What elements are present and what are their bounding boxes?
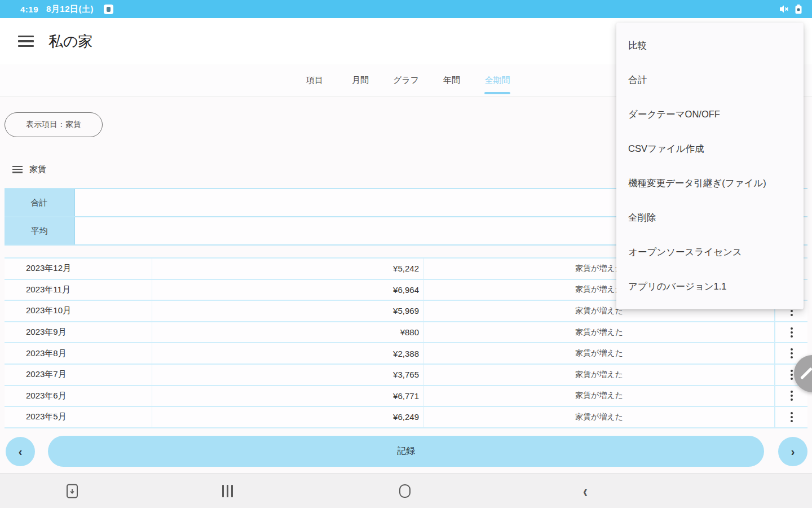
recents-button[interactable]: [211, 474, 243, 508]
memo-cell: 家賃が増えた: [424, 322, 775, 343]
volume-mute-icon: [779, 5, 789, 14]
home-icon: [399, 484, 411, 498]
back-icon: ‹: [583, 480, 588, 502]
table-row[interactable]: 2023年7月 ¥3,765 家賃が増えた: [5, 365, 807, 386]
memo-cell: 家賃が増えた: [424, 343, 775, 364]
summary-total-label: 合計: [5, 189, 75, 216]
menu-item[interactable]: 比較: [616, 28, 804, 63]
table-row[interactable]: 2023年6月 ¥6,771 家賃が増えた: [5, 386, 807, 408]
tab-item[interactable]: 項目: [292, 64, 338, 96]
category-row: 家賃: [12, 163, 46, 176]
kebab-menu-icon: [791, 412, 793, 422]
status-date: 8月12日(土): [46, 4, 94, 15]
amount-cell: ¥5,969: [152, 301, 424, 321]
summary-average-label: 平均: [5, 217, 75, 244]
back-button[interactable]: ‹: [570, 467, 601, 508]
status-time: 4:19: [20, 5, 38, 14]
battery-icon: [795, 5, 802, 14]
tab-monthly[interactable]: 月間: [338, 64, 383, 96]
recents-icon: [222, 485, 233, 497]
menu-item[interactable]: アプリのバージョン1.1: [616, 269, 804, 304]
drag-handle-icon[interactable]: [12, 166, 23, 173]
display-item-chip[interactable]: 表示項目：家賃: [5, 112, 103, 137]
memo-cell: 家賃が増えた: [424, 386, 775, 406]
amount-cell: ¥5,242: [152, 259, 424, 279]
amount-cell: ¥2,388: [152, 343, 424, 364]
kebab-menu-icon: [791, 327, 793, 338]
active-tab-indicator: [484, 92, 510, 94]
menu-item[interactable]: 合計: [616, 63, 804, 97]
next-period-button[interactable]: ›: [778, 437, 807, 466]
amount-cell: ¥6,771: [152, 386, 424, 406]
record-button[interactable]: 記録: [48, 436, 764, 467]
tab-all-period[interactable]: 全期間: [475, 64, 520, 96]
menu-item[interactable]: CSVファイル作成: [616, 132, 804, 166]
month-cell: 2023年5月: [5, 407, 152, 427]
menu-item[interactable]: ダークテーマON/OFF: [616, 97, 804, 132]
month-cell: 2023年11月: [5, 280, 152, 300]
kebab-menu-icon: [791, 348, 793, 358]
month-cell: 2023年9月: [5, 322, 152, 343]
amount-cell: ¥880: [152, 322, 424, 343]
category-label: 家賃: [29, 164, 46, 175]
month-cell: 2023年10月: [5, 301, 152, 321]
month-cell: 2023年6月: [5, 386, 152, 406]
tab-graph[interactable]: グラフ: [383, 64, 429, 96]
pencil-icon: [800, 367, 812, 380]
overflow-menu: 比較 合計 ダークテーマON/OFF CSVファイル作成 機種変更データ引継ぎ(…: [616, 23, 804, 309]
screen: 4:19 8月12日(土) 私の家 項目 月間 グラフ 年間 全期間 表示項目：…: [0, 0, 812, 508]
row-overflow-button[interactable]: [775, 407, 807, 427]
kebab-menu-icon: [791, 370, 793, 380]
chevron-right-icon: ›: [791, 445, 795, 458]
menu-item[interactable]: 全削除: [616, 200, 804, 235]
memo-cell: 家賃が増えた: [424, 407, 775, 427]
menu-item[interactable]: 機種変更データ引継ぎ(ファイル): [616, 166, 804, 200]
menu-item[interactable]: オープンソースライセンス: [616, 235, 804, 269]
month-cell: 2023年8月: [5, 343, 152, 364]
month-cell: 2023年7月: [5, 365, 152, 385]
home-button[interactable]: [389, 474, 421, 508]
row-overflow-button[interactable]: [775, 322, 807, 343]
amount-cell: ¥3,765: [152, 365, 424, 385]
page-title: 私の家: [48, 32, 93, 51]
chevron-left-icon: ‹: [19, 445, 23, 458]
month-cell: 2023年12月: [5, 259, 152, 279]
table-row[interactable]: 2023年5月 ¥6,249 家賃が増えた: [5, 407, 807, 428]
menu-hamburger-icon[interactable]: [18, 36, 34, 47]
status-bar: 4:19 8月12日(土): [0, 0, 812, 18]
android-nav-bar: ‹: [0, 473, 812, 508]
notification-app-icon: [104, 5, 113, 14]
amount-cell: ¥6,249: [152, 407, 424, 427]
prev-period-button[interactable]: ‹: [6, 437, 35, 466]
table-row[interactable]: 2023年8月 ¥2,388 家賃が増えた: [5, 343, 807, 365]
screenshot-icon: [66, 484, 78, 498]
tab-yearly[interactable]: 年間: [429, 64, 475, 96]
table-row[interactable]: 2023年9月 ¥880 家賃が増えた: [5, 322, 807, 344]
amount-cell: ¥6,964: [152, 280, 424, 300]
memo-cell: 家賃が増えた: [424, 365, 775, 385]
taskbar-screenshot-button[interactable]: [56, 474, 88, 508]
kebab-menu-icon: [791, 391, 793, 401]
